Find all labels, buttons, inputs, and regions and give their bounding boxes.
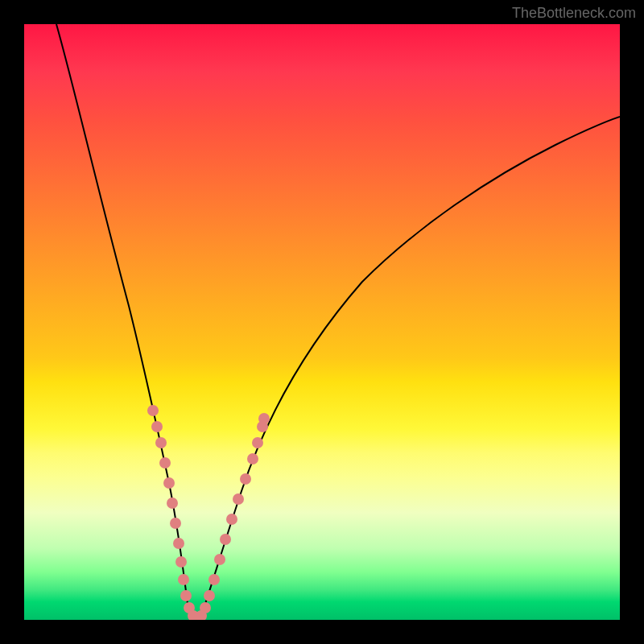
data-point (208, 574, 220, 585)
data-point (214, 554, 225, 565)
data-point (233, 493, 244, 505)
data-point (178, 574, 189, 585)
data-point (204, 590, 215, 601)
scatter-points-upper-right (252, 413, 270, 448)
bottleneck-curve (56, 24, 620, 620)
data-point (226, 514, 237, 525)
data-point (163, 477, 175, 489)
scatter-points-right (196, 453, 258, 620)
data-point (170, 518, 181, 529)
data-point (147, 405, 159, 416)
data-point (258, 413, 270, 424)
watermark-text: TheBottleneck.com (512, 5, 636, 22)
data-point (200, 602, 211, 613)
data-point (151, 421, 163, 432)
data-point (247, 453, 258, 464)
data-point (220, 534, 231, 545)
data-point (252, 437, 263, 448)
data-point (167, 497, 178, 509)
data-point (155, 437, 167, 448)
data-point (175, 556, 187, 568)
data-point (159, 457, 171, 469)
chart-area (24, 24, 620, 620)
data-point (240, 473, 251, 485)
data-point (173, 538, 184, 549)
data-point (180, 590, 192, 601)
chart-svg (24, 24, 620, 620)
